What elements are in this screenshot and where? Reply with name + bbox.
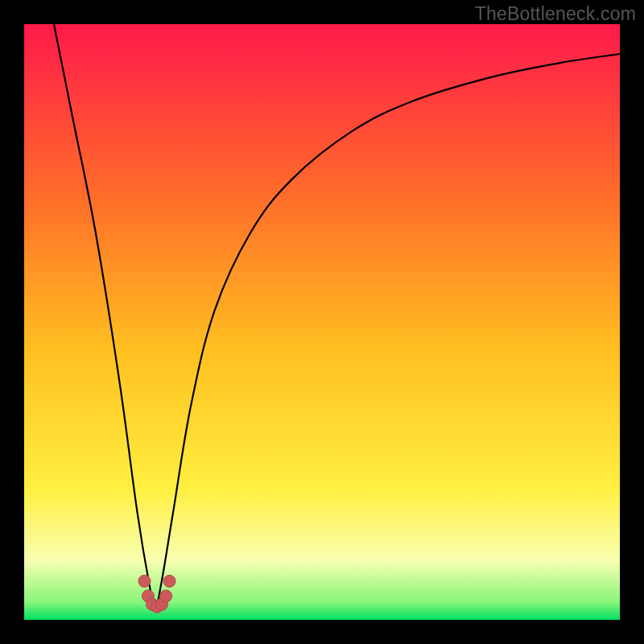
plot-area: [24, 24, 620, 620]
chart-svg: [24, 24, 620, 620]
minimum-marker-dot: [163, 575, 175, 587]
minimum-marker-dot: [160, 590, 172, 602]
gradient-background: [24, 24, 620, 620]
minimum-marker-dot: [138, 575, 151, 587]
outer-frame: TheBottleneck.com: [0, 0, 644, 644]
watermark-text: TheBottleneck.com: [475, 3, 636, 25]
